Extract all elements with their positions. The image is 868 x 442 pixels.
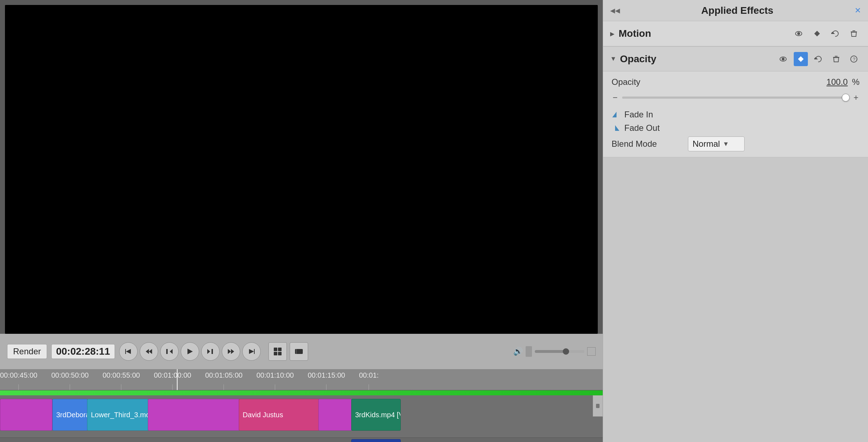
playhead[interactable] xyxy=(177,369,178,390)
fade-out-label: Fade Out xyxy=(624,123,660,133)
opacity-section-title: Opacity xyxy=(620,53,772,65)
svg-marker-4 xyxy=(170,349,173,354)
motion-expand-arrow: ▶ xyxy=(610,30,614,37)
motion-section-title: Motion xyxy=(619,28,787,39)
effects-panel-title: Applied Effects xyxy=(624,5,850,16)
effects-panel-close-button[interactable]: ✕ xyxy=(855,6,861,15)
clip-3rdkids-a[interactable]: 3rdKids.mp4 [A] xyxy=(351,439,401,442)
effects-panel-empty xyxy=(603,157,868,442)
transport-bar: Render 00:02:28:11 xyxy=(0,334,603,369)
opacity-help-button[interactable]: ? xyxy=(847,52,861,66)
svg-rect-16 xyxy=(278,352,282,355)
svg-marker-6 xyxy=(187,349,193,354)
ruler-marks: 00:00:45:00 00:00:50:00 00:00:55:00 00:0… xyxy=(0,369,603,390)
clip-3rdkids-v[interactable]: 3rdKids.mp4 [V] xyxy=(351,399,401,431)
motion-section: ▶ Motion xyxy=(603,21,868,46)
opacity-delete-button[interactable] xyxy=(829,52,843,66)
blend-mode-select[interactable]: Normal ▼ xyxy=(688,136,745,151)
svg-marker-9 xyxy=(228,349,231,354)
play-button[interactable] xyxy=(181,342,199,361)
motion-section-header[interactable]: ▶ Motion xyxy=(603,21,868,46)
settings-view-button[interactable] xyxy=(268,342,287,361)
blend-mode-label: Blend Mode xyxy=(612,139,682,149)
go-to-start-button[interactable] xyxy=(119,342,138,361)
ruler-mark-4: 00:01:00:00 xyxy=(154,369,191,390)
opacity-reset-button[interactable] xyxy=(811,52,826,66)
clip-david-justus[interactable]: David Justus xyxy=(239,399,319,431)
video-track-1: 3rdDeborahJo Lower_Third_3.mov David Jus… xyxy=(0,395,603,438)
svg-marker-2 xyxy=(149,349,152,354)
effects-panel-header: ◀◀ Applied Effects ✕ xyxy=(603,0,868,21)
clip-lower-third-3[interactable]: Lower_Third_3.mov xyxy=(87,399,149,431)
opacity-section-header[interactable]: ▼ Opacity xyxy=(603,47,868,71)
ruler-mark-1: 00:00:45:00 xyxy=(0,369,37,390)
svg-rect-12 xyxy=(254,349,255,354)
audio-track-1: 3rdKids.mp4 [A] xyxy=(0,438,603,442)
ruler-mark-8: 00:01: xyxy=(359,369,379,390)
opacity-keyframe-button[interactable] xyxy=(794,52,808,66)
blend-mode-dropdown-arrow: ▼ xyxy=(723,140,729,148)
svg-point-27 xyxy=(782,58,784,60)
render-bar xyxy=(0,390,603,395)
collapse-panel-button[interactable]: ◀◀ xyxy=(610,7,620,14)
opacity-visibility-button[interactable] xyxy=(776,52,790,66)
volume-slider[interactable] xyxy=(535,350,584,353)
clip-purple-3[interactable] xyxy=(318,399,352,431)
opacity-unit: % xyxy=(852,77,860,87)
motion-visibility-button[interactable] xyxy=(792,27,806,41)
rewind-button[interactable] xyxy=(140,342,158,361)
transport-controls xyxy=(119,342,261,361)
view-buttons xyxy=(268,342,308,361)
volume-end-button[interactable] xyxy=(587,347,596,356)
ruler-mark-5: 00:01:05:00 xyxy=(205,369,243,390)
fade-in-label: Fade In xyxy=(624,110,653,120)
fast-forward-button[interactable] xyxy=(222,342,240,361)
fade-in-row: Fade In xyxy=(612,110,860,120)
motion-delete-button[interactable] xyxy=(847,27,861,41)
svg-marker-23 xyxy=(831,32,834,34)
opacity-collapse-arrow[interactable]: ▼ xyxy=(610,55,617,63)
clip-purple-2[interactable] xyxy=(148,399,240,431)
opacity-value[interactable]: 100.0 xyxy=(827,77,848,87)
ruler-mark-6: 00:01:10:00 xyxy=(256,369,294,390)
svg-marker-11 xyxy=(249,349,254,354)
svg-marker-1 xyxy=(126,349,131,354)
motion-reset-button[interactable] xyxy=(828,27,843,41)
opacity-slider-plus[interactable]: + xyxy=(852,93,860,103)
timeline-ruler: 00:00:45:00 00:00:50:00 00:00:55:00 00:0… xyxy=(0,369,603,390)
svg-marker-35 xyxy=(615,125,619,131)
step-forward-button[interactable] xyxy=(201,342,220,361)
timeline-scrollbar[interactable] xyxy=(593,395,603,417)
volume-area: 🔊 xyxy=(513,346,596,357)
svg-rect-25 xyxy=(852,30,855,31)
svg-marker-22 xyxy=(814,31,820,36)
blend-mode-value: Normal xyxy=(693,139,720,149)
opacity-content: Opacity 100.0 % − + Fade In xyxy=(603,71,868,157)
video-preview xyxy=(5,5,598,334)
opacity-slider-thumb[interactable] xyxy=(842,94,850,101)
svg-marker-7 xyxy=(207,349,210,354)
render-button[interactable]: Render xyxy=(7,344,47,359)
opacity-section: ▼ Opacity xyxy=(603,47,868,157)
step-back-button[interactable] xyxy=(160,342,179,361)
fade-out-icon xyxy=(612,124,620,132)
clip-view-button[interactable] xyxy=(290,342,308,361)
clip-purple-1[interactable] xyxy=(0,399,52,431)
opacity-slider-track[interactable] xyxy=(622,97,849,99)
go-to-end-button[interactable] xyxy=(242,342,261,361)
svg-rect-8 xyxy=(212,349,213,354)
opacity-slider-minus[interactable]: − xyxy=(612,93,619,103)
fade-out-row: Fade Out xyxy=(612,123,860,133)
ruler-mark-7: 00:01:15:00 xyxy=(308,369,345,390)
svg-rect-15 xyxy=(274,352,277,355)
svg-rect-31 xyxy=(835,56,838,57)
clip-3rdDeborahJo[interactable]: 3rdDeborahJo xyxy=(52,399,88,431)
opacity-slider-row: − + xyxy=(612,93,860,103)
motion-keyframe-button[interactable] xyxy=(810,27,824,41)
mute-button[interactable] xyxy=(526,346,532,357)
svg-marker-34 xyxy=(612,112,617,117)
svg-marker-0 xyxy=(125,349,126,354)
timecode-display[interactable]: 00:02:28:11 xyxy=(51,344,115,359)
opacity-value-row: Opacity 100.0 % xyxy=(612,77,860,87)
svg-marker-29 xyxy=(814,58,817,59)
